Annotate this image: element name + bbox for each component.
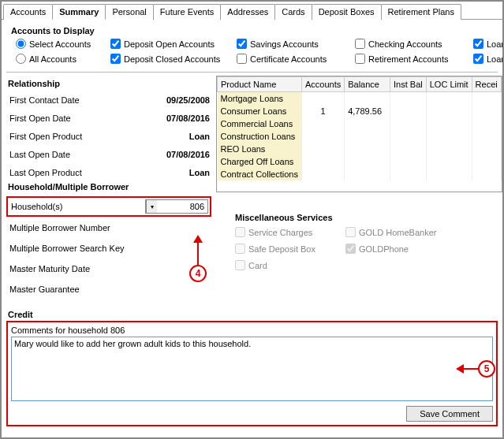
- table-row[interactable]: Charged Off Loans: [218, 155, 502, 168]
- separator: [6, 72, 498, 73]
- misc-title: Miscellaneous Services: [235, 213, 498, 222]
- tab-deposit-boxes[interactable]: Deposit Boxes: [312, 4, 382, 20]
- cell-product-name: Consumer Loans: [218, 105, 302, 117]
- radio-label: All Accounts: [29, 54, 77, 64]
- tab-cards[interactable]: Cards: [274, 4, 312, 20]
- check-label: Savings Accounts: [250, 39, 319, 49]
- callout-line-4: [197, 242, 199, 266]
- check-label: Card: [248, 261, 267, 270]
- radio-all-accounts[interactable]: All Accounts: [16, 54, 110, 64]
- radio-label: Select Accounts: [29, 39, 91, 49]
- master-maturity: Master Maturity Date: [6, 261, 211, 281]
- relationship-title: Relationship: [6, 76, 211, 93]
- tab-future-events[interactable]: Future Events: [153, 4, 221, 20]
- th-balance[interactable]: Balance: [345, 77, 390, 92]
- check-label: GOLDPhone: [359, 244, 409, 254]
- th-loc-limit[interactable]: LOC Limit: [426, 77, 472, 92]
- check-goldphone: GOLDPhone: [345, 244, 456, 254]
- check-card: Card: [235, 260, 345, 270]
- check-checking[interactable]: Checking Accounts: [355, 39, 473, 49]
- cell-product-name: Contract Collections: [218, 168, 302, 180]
- master-guarantee: Master Guarantee: [6, 281, 211, 302]
- kv-value: 07/08/2016: [139, 113, 210, 123]
- callout-line-5: [463, 368, 479, 370]
- chevron-down-icon[interactable]: ▾: [146, 200, 157, 213]
- check-certificate[interactable]: Certificate Accounts: [237, 54, 355, 64]
- check-safe-deposit: Safe Deposit Box: [235, 244, 345, 254]
- kv-value: Loan: [139, 168, 210, 177]
- product-table[interactable]: Product Name Accounts Balance Inst Bal L…: [216, 76, 502, 192]
- check-service-charges: Service Charges: [235, 227, 345, 237]
- household-label: Household(s): [9, 202, 145, 211]
- callout-4: 4: [189, 265, 207, 282]
- check-label: Deposit Closed Accounts: [124, 54, 220, 64]
- cell-accounts: 1: [301, 105, 344, 117]
- cell-product-name: Commercial Loans: [218, 117, 302, 130]
- tab-summary[interactable]: Summary: [52, 4, 106, 20]
- cell-product-name: REO Loans: [218, 143, 302, 155]
- check-label: Service Charges: [248, 228, 312, 237]
- check-label: Certificate Accounts: [250, 54, 327, 64]
- kv-label: First Contact Date: [9, 95, 80, 105]
- tab-strip: Accounts Summary Personal Future Events …: [2, 2, 502, 20]
- cell-product-name: Charged Off Loans: [218, 155, 302, 168]
- check-label: GOLD HomeBanker: [359, 228, 436, 237]
- check-label: Safe Deposit Box: [248, 244, 315, 254]
- table-row[interactable]: Construction Loans: [218, 130, 502, 143]
- check-label: Retirement Accounts: [368, 54, 449, 64]
- tab-personal[interactable]: Personal: [105, 4, 153, 20]
- check-label: Loan Closed: [487, 54, 504, 64]
- th-product-name[interactable]: Product Name: [218, 77, 302, 92]
- multi-borrower-search: Multiple Borrower Search Key: [6, 240, 211, 261]
- tab-accounts[interactable]: Accounts: [3, 4, 53, 20]
- table-row[interactable]: Consumer Loans 1 4,789.56: [218, 105, 502, 117]
- kv-label: First Open Date: [9, 113, 71, 123]
- credit-title: Credit: [6, 307, 498, 321]
- th-inst-bal[interactable]: Inst Bal: [390, 77, 427, 92]
- save-comment-button[interactable]: Save Comment: [406, 406, 493, 422]
- table-header-row: Product Name Accounts Balance Inst Bal L…: [218, 77, 502, 92]
- table-row[interactable]: REO Loans: [218, 143, 502, 155]
- check-label: Deposit Open Accounts: [124, 39, 215, 49]
- kv-last-open-product: Last Open Product Loan: [6, 166, 211, 184]
- check-retirement[interactable]: Retirement Accounts: [355, 54, 473, 64]
- radio-select-accounts[interactable]: Select Accounts: [16, 39, 110, 49]
- misc-services-group: Miscellaneous Services Service Charges G…: [216, 211, 502, 272]
- kv-first-contact: First Contact Date 09/25/2008: [6, 93, 211, 111]
- th-recei[interactable]: Recei: [472, 77, 501, 92]
- check-loan-open[interactable]: Loan Open A: [473, 39, 504, 49]
- tab-retirement-plans[interactable]: Retirement Plans: [381, 4, 461, 20]
- household-field-row: Household(s) ▾ 806: [6, 196, 211, 217]
- kv-first-open-product: First Open Product Loan: [6, 129, 211, 147]
- check-label: Loan Open A: [487, 39, 504, 49]
- check-deposit-open[interactable]: Deposit Open Accounts: [110, 39, 237, 49]
- kv-label: Last Open Date: [9, 150, 70, 159]
- th-accounts[interactable]: Accounts: [301, 77, 344, 92]
- kv-label: Last Open Product: [9, 168, 82, 177]
- cell-balance: [345, 92, 390, 106]
- check-gold-homebanker: GOLD HomeBanker: [345, 227, 456, 237]
- multi-borrower-number: Multiple Borrower Number: [6, 220, 211, 240]
- kv-label: First Open Product: [9, 132, 82, 141]
- check-savings[interactable]: Savings Accounts: [237, 39, 355, 49]
- cell-accounts: [301, 92, 344, 106]
- tab-addresses[interactable]: Addresses: [220, 4, 275, 20]
- household-value: 806: [157, 202, 207, 211]
- check-loan-closed[interactable]: Loan Closed: [473, 54, 504, 64]
- callout-arrow-4: [193, 235, 203, 243]
- check-deposit-closed[interactable]: Deposit Closed Accounts: [110, 54, 237, 64]
- cell-product-name: Construction Loans: [218, 130, 302, 143]
- table-row[interactable]: Mortgage Loans: [218, 92, 502, 106]
- comments-textarea[interactable]: [11, 337, 493, 401]
- household-title: Household/Multiple Borrower: [6, 182, 211, 196]
- cell-balance: 4,789.56: [345, 105, 390, 117]
- kv-value: 09/25/2008: [139, 95, 210, 105]
- table-row[interactable]: Commercial Loans: [218, 117, 502, 130]
- kv-last-open-date: Last Open Date 07/08/2016: [6, 147, 211, 166]
- cell-product-name: Mortgage Loans: [218, 92, 302, 106]
- check-label: Checking Accounts: [368, 39, 442, 49]
- table-row[interactable]: Contract Collections: [218, 168, 502, 180]
- household-dropdown[interactable]: ▾ 806: [145, 199, 208, 214]
- callout-arrow-5: [456, 364, 464, 374]
- kv-value: 07/08/2016: [139, 150, 210, 159]
